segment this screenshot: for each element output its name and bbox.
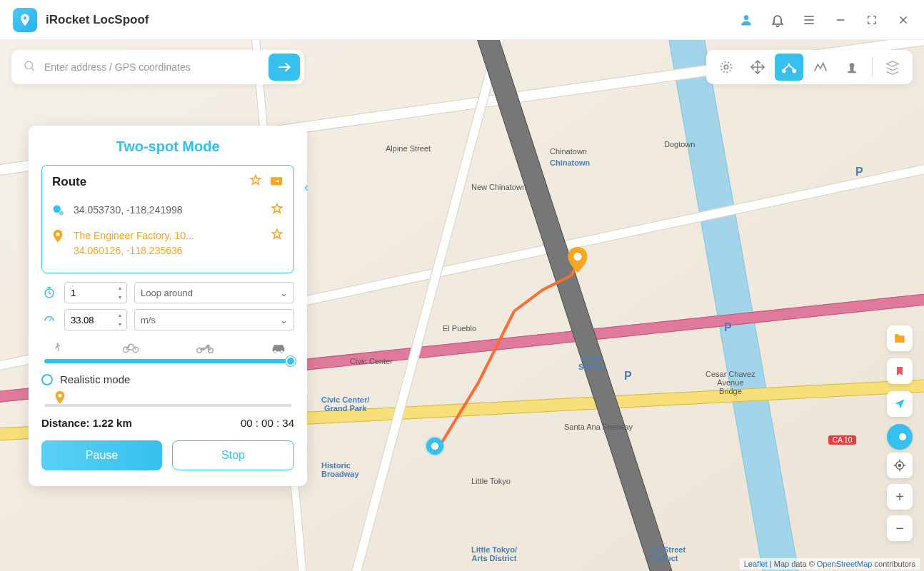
joystick-mode-icon[interactable] [838,54,866,81]
map-label: Cesar Chavez Avenue Bridge [705,370,755,395]
map-label: Little Tokyo [471,477,511,485]
zoom-controls: + − [887,453,913,541]
close-icon[interactable] [895,12,911,28]
two-spot-mode-icon[interactable] [775,54,803,81]
parking-icon: P [624,370,632,383]
map-label: New Chinatown [471,183,526,191]
teleport-mode-icon[interactable] [712,54,740,81]
start-coords: 34.053730, -118.241998 [74,203,262,218]
zoom-in-button[interactable]: + [887,484,913,510]
walk-icon[interactable] [47,339,67,356]
collapse-chevron-icon[interactable]: ‹ [304,180,308,195]
route-label: Route [52,175,242,189]
locate-icon[interactable] [887,453,913,478]
toggle-icon[interactable] [887,424,913,450]
motorcycle-icon[interactable] [195,339,215,356]
map-label: El Pueblo [443,324,476,333]
map-label: Little Tokyo/ Arts District [471,545,517,562]
route-start[interactable]: 34.053730, -118.241998 [52,198,283,224]
mode-toolbar [706,50,913,84]
map-canvas[interactable]: Chinatown Chinatown New Chinatown Dogtow… [0,40,924,571]
chevron-down-icon: ⌄ [280,315,288,325]
map-label: Chinatown [550,147,587,156]
app-logo [13,8,37,32]
map-label: 1st Street Viaduct [650,545,686,562]
move-mode-icon[interactable] [743,54,772,81]
speed-slider[interactable] [44,359,291,363]
svg-point-15 [54,206,61,213]
timer-value: 00 : 00 : 34 [241,417,294,429]
favorite-route-icon[interactable] [249,174,262,190]
start-marker-icon[interactable] [425,436,445,456]
map-attribution: Leaflet | Map data © OpenStreetMap contr… [740,558,920,570]
radio-icon [41,374,53,385]
bike-icon[interactable] [121,339,141,356]
distance-label: Distance: [41,417,90,429]
svg-point-1 [573,253,581,261]
speed-spinner[interactable]: ▲▼ [114,310,126,329]
route-end[interactable]: The Engineer Factory, 10... 34.060126, -… [52,224,283,263]
search-input[interactable] [44,61,268,73]
end-coords: 34.060126, -118.235636 [74,243,262,258]
svg-point-6 [793,70,796,73]
svg-point-3 [724,65,728,69]
zoom-out-button[interactable]: − [887,515,913,541]
svg-point-13 [899,465,901,467]
menu-icon[interactable] [801,12,817,28]
navigate-icon[interactable] [887,391,913,417]
car-icon[interactable] [268,339,288,356]
progress-thumb-icon[interactable] [54,391,66,408]
pause-button[interactable]: Pause [41,440,162,470]
svg-point-2 [25,61,33,69]
map-label: Historic Broadway [321,461,359,478]
svg-point-24 [274,350,277,353]
speed-unit-select[interactable]: m/s ⌄ [134,309,294,330]
multi-spot-mode-icon[interactable] [806,54,835,81]
svg-point-7 [850,63,855,68]
bookmark-icon[interactable] [887,358,913,384]
svg-point-0 [744,15,749,20]
stop-button[interactable]: Stop [172,440,294,470]
end-name: The Engineer Factory, 10... [74,228,262,243]
map-label: Santa Ana Freeway [564,423,633,431]
minimize-icon[interactable] [833,12,848,28]
search-bar [11,50,304,84]
star-icon[interactable] [271,228,283,244]
parking-icon: P [855,166,863,178]
control-panel: Two-spot Mode ‹ Route 34.053730, -118.24… [29,126,307,486]
loop-mode-select[interactable]: Loop around ⌄ [134,282,294,303]
svg-point-17 [56,233,60,236]
loop-spinner[interactable]: ▲▼ [114,283,126,302]
panel-title: Two-spot Mode [41,138,294,155]
user-icon[interactable] [738,12,754,28]
svg-point-26 [59,394,62,398]
slider-thumb[interactable] [286,356,296,366]
title-bar: iRocket LocSpoof [0,0,924,40]
start-pin-icon [52,204,65,220]
map-layers-icon[interactable] [878,54,907,81]
end-marker-icon[interactable] [568,247,588,273]
progress-slider[interactable] [44,404,291,407]
bell-icon[interactable] [770,12,785,28]
route-box: Route 34.053730, -118.241998 The Enginee… [41,165,294,273]
export-route-icon[interactable] [269,175,283,189]
folder-icon[interactable] [887,325,913,351]
search-go-button[interactable] [268,54,300,81]
leaflet-link[interactable]: Leaflet [744,560,768,568]
maximize-icon[interactable] [864,12,880,28]
svg-point-5 [783,70,785,73]
distance-value: 1.22 km [93,417,132,429]
map-label: Dogtown [664,140,695,148]
search-icon [23,59,36,75]
parking-icon: P [724,321,732,334]
svg-rect-8 [850,67,854,72]
svg-rect-9 [848,71,856,74]
transport-modes [41,336,294,356]
realistic-mode-toggle[interactable]: Realistic mode [41,373,294,385]
chevron-down-icon: ⌄ [280,288,288,298]
star-icon[interactable] [271,203,283,218]
map-label: Civic Center [350,357,393,365]
app-title: iRocket LocSpoof [46,13,149,27]
timer-icon [41,286,57,299]
osm-link[interactable]: OpenStreetMap [817,560,873,568]
